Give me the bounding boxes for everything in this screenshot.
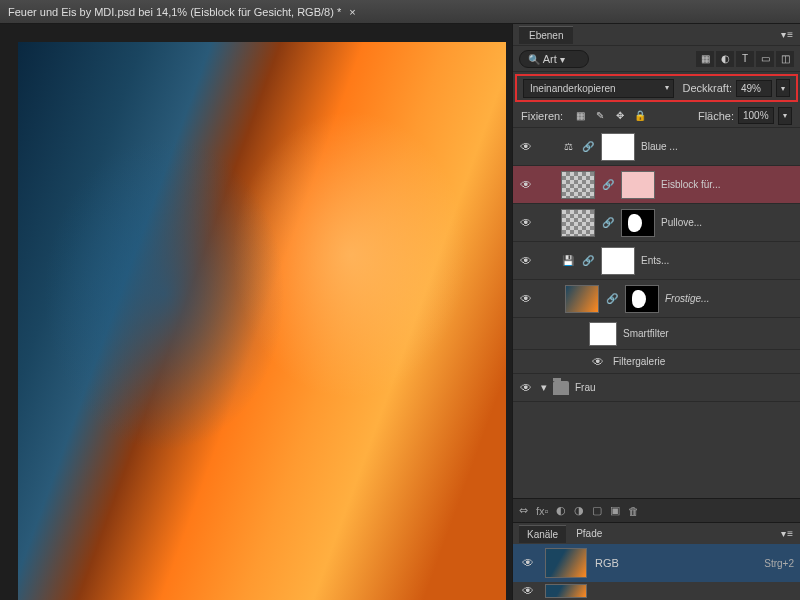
layer-group-row[interactable]: 👁 ▾ Frau [513,374,800,402]
channel-thumb[interactable] [545,584,587,598]
panels-dock: Ebenen ▾≡ 🔍 Art ▾ ▦ ◐ T ▭ ◫ Ineinanderko… [512,24,800,600]
save-icon: 💾 [561,255,575,266]
channel-row[interactable]: 👁 RGB Strg+2 [513,544,800,582]
document-canvas[interactable] [18,42,506,600]
layer-kind-filter[interactable]: 🔍 Art ▾ [519,50,589,68]
group-icon[interactable]: ▢ [592,504,602,517]
fill-group: Fläche: ▾ [698,107,792,125]
visibility-icon[interactable]: 👁 [519,556,537,570]
link-icon[interactable]: 🔗 [581,141,595,152]
opacity-input[interactable] [736,80,772,97]
title-bar: Feuer und Eis by MDI.psd bei 14,1% (Eisb… [0,0,800,24]
layer-thumb[interactable] [601,133,635,161]
visibility-icon[interactable]: 👁 [517,178,535,192]
channel-name: RGB [595,557,619,569]
visibility-icon[interactable]: 👁 [517,216,535,230]
layer-row[interactable]: 👁 🔗 Frostige... [513,280,800,318]
layer-name[interactable]: Blaue ... [641,141,796,152]
link-icon[interactable]: 🔗 [601,179,615,190]
channel-thumb[interactable] [545,548,587,578]
link-icon[interactable]: 🔗 [581,255,595,266]
lock-pixels-icon[interactable]: ✎ [593,109,607,123]
layers-panel-header: Ebenen ▾≡ [513,24,800,46]
delete-icon[interactable]: 🗑 [628,505,639,517]
layer-type-filters: ▦ ◐ T ▭ ◫ [696,51,794,67]
tab-paths[interactable]: Pfade [568,525,610,542]
opacity-label: Deckkraft: [682,82,732,94]
fx-icon[interactable]: fx▫ [536,505,548,517]
lock-transparency-icon[interactable]: ▦ [573,109,587,123]
layer-name[interactable]: Smartfilter [623,328,796,339]
visibility-icon[interactable]: 👁 [517,254,535,268]
visibility-icon[interactable]: 👁 [517,381,535,395]
layer-row[interactable]: 👁 🔗 Pullove... [513,204,800,242]
panel-menu-icon[interactable]: ▾≡ [781,528,794,539]
layers-list: 👁 ⚖ 🔗 Blaue ... 👁 🔗 Eisblock für... 👁 🔗 [513,128,800,498]
layer-row[interactable]: 👁 Filtergalerie [513,350,800,374]
folder-icon [553,381,569,395]
layer-thumb[interactable] [561,209,595,237]
layer-thumb[interactable] [561,171,595,199]
visibility-icon[interactable]: 👁 [589,355,607,369]
link-icon[interactable]: 🔗 [605,293,619,304]
group-name[interactable]: Frau [575,382,796,393]
balance-icon: ⚖ [561,141,575,152]
filter-type-icon[interactable]: T [736,51,754,67]
layer-mask-thumb[interactable] [621,209,655,237]
lock-all-icon[interactable]: 🔒 [633,109,647,123]
layer-row[interactable]: 👁 🔗 Eisblock für... [513,166,800,204]
lock-label: Fixieren: [521,110,563,122]
filter-shape-icon[interactable]: ▭ [756,51,774,67]
fill-dropdown-icon[interactable]: ▾ [778,107,792,125]
opacity-group: Deckkraft: ▾ [682,79,790,97]
layer-thumb[interactable] [589,322,617,346]
visibility-icon[interactable]: 👁 [517,140,535,154]
filter-adjustment-icon[interactable]: ◐ [716,51,734,67]
filter-smart-icon[interactable]: ◫ [776,51,794,67]
link-icon[interactable]: 🔗 [601,217,615,228]
close-tab-icon[interactable]: × [349,6,355,18]
lock-position-icon[interactable]: ✥ [613,109,627,123]
layer-filter-row: 🔍 Art ▾ ▦ ◐ T ▭ ◫ [513,46,800,72]
blend-mode-select[interactable]: Ineinanderkopieren [523,79,674,98]
tab-layers[interactable]: Ebenen [519,26,573,44]
filter-pixel-icon[interactable]: ▦ [696,51,714,67]
workspace: Ebenen ▾≡ 🔍 Art ▾ ▦ ◐ T ▭ ◫ Ineinanderko… [0,24,800,600]
layer-thumb[interactable] [565,285,599,313]
layer-name[interactable]: Ents... [641,255,796,266]
adjustment-icon[interactable]: ◑ [574,504,584,517]
link-layers-icon[interactable]: ⇔ [519,504,528,517]
panel-menu-icon[interactable]: ▾≡ [781,29,794,40]
layer-mask-thumb[interactable] [621,171,655,199]
opacity-dropdown-icon[interactable]: ▾ [776,79,790,97]
layer-name[interactable]: Frostige... [665,293,796,304]
layer-name[interactable]: Pullove... [661,217,796,228]
layers-bottom-bar: ⇔ fx▫ ◐ ◑ ▢ ▣ 🗑 [513,498,800,522]
layer-mask-thumb[interactable] [625,285,659,313]
layer-name[interactable]: Eisblock für... [661,179,796,190]
blend-opacity-row: Ineinanderkopieren Deckkraft: ▾ [515,74,798,102]
layer-name[interactable]: Filtergalerie [613,356,796,367]
new-layer-icon[interactable]: ▣ [610,504,620,517]
layer-row[interactable]: 👁 ⚖ 🔗 Blaue ... [513,128,800,166]
layer-row[interactable]: 👁 💾 🔗 Ents... [513,242,800,280]
channel-row[interactable]: 👁 [513,582,800,600]
visibility-icon[interactable]: 👁 [517,292,535,306]
tab-channels[interactable]: Kanäle [519,525,566,543]
mask-icon[interactable]: ◐ [556,504,566,517]
channel-shortcut: Strg+2 [764,558,794,569]
layer-thumb[interactable] [601,247,635,275]
visibility-icon[interactable]: 👁 [519,584,537,598]
fill-input[interactable] [738,107,774,124]
lock-icons: ▦ ✎ ✥ 🔒 [573,109,647,123]
document-title: Feuer und Eis by MDI.psd bei 14,1% (Eisb… [8,6,341,18]
layer-row[interactable]: Smartfilter [513,318,800,350]
channels-panel-header: Kanäle Pfade ▾≡ [513,522,800,544]
collapse-icon[interactable]: ▾ [541,381,547,394]
lock-row: Fixieren: ▦ ✎ ✥ 🔒 Fläche: ▾ [513,104,800,128]
canvas-area [0,24,512,600]
fill-label: Fläche: [698,110,734,122]
